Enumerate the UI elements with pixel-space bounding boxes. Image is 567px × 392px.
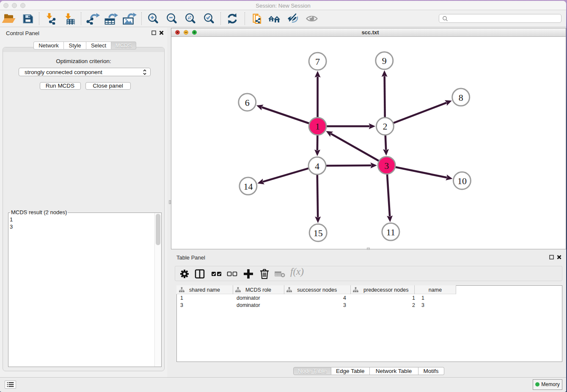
svg-text:2: 2 <box>383 121 387 132</box>
svg-text:8: 8 <box>459 92 463 103</box>
svg-text:4: 4 <box>315 161 319 171</box>
svg-text:1: 1 <box>315 121 320 132</box>
svg-text:3: 3 <box>384 160 389 171</box>
svg-text:9: 9 <box>382 55 387 66</box>
svg-text:10: 10 <box>457 176 467 186</box>
svg-text:7: 7 <box>315 56 320 67</box>
svg-text:14: 14 <box>243 181 253 192</box>
svg-text:6: 6 <box>245 97 250 108</box>
svg-text:11: 11 <box>386 227 395 237</box>
svg-text:15: 15 <box>314 228 323 238</box>
